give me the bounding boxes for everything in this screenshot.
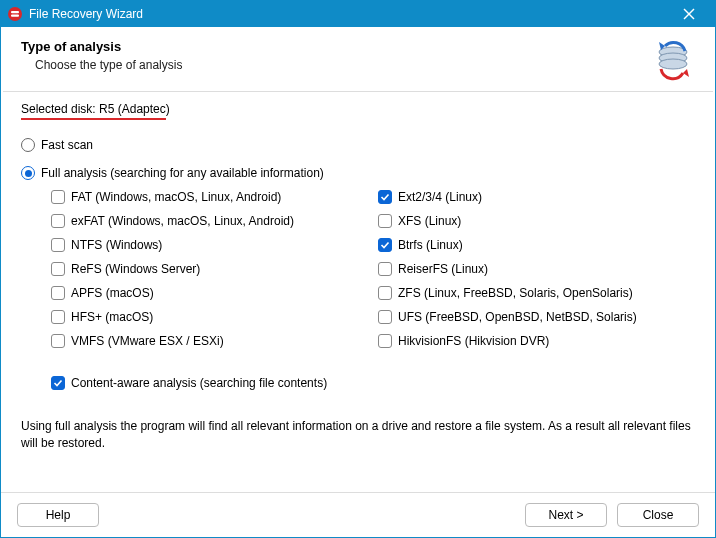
wizard-header: Type of analysis Choose the type of anal… — [1, 27, 715, 91]
svg-point-0 — [8, 7, 22, 21]
fs-checkbox-vmfs[interactable]: VMFS (VMware ESX / ESXi) — [51, 334, 368, 348]
next-button[interactable]: Next > — [525, 503, 607, 527]
svg-rect-2 — [11, 15, 19, 17]
close-icon[interactable] — [669, 1, 709, 27]
fs-label: HikvisionFS (Hikvision DVR) — [398, 334, 549, 348]
checkbox-icon — [378, 286, 392, 300]
app-icon — [7, 6, 23, 22]
checkbox-icon — [378, 214, 392, 228]
radio-icon — [21, 138, 35, 152]
fs-checkbox-zfs[interactable]: ZFS (Linux, FreeBSD, Solaris, OpenSolari… — [378, 286, 695, 300]
help-button[interactable]: Help — [17, 503, 99, 527]
content-area: Selected disk: R5 (Adaptec) Fast scan Fu… — [1, 92, 715, 492]
checkbox-icon — [378, 190, 392, 204]
page-subtitle: Choose the type of analysis — [21, 58, 651, 72]
file-recovery-wizard: File Recovery Wizard Type of analysis Ch… — [0, 0, 716, 538]
checkbox-icon — [51, 238, 65, 252]
checkbox-icon — [378, 262, 392, 276]
radio-icon — [21, 166, 35, 180]
filesystem-grid: FAT (Windows, macOS, Linux, Android)Ext2… — [51, 190, 695, 348]
checkbox-icon — [51, 262, 65, 276]
checkbox-icon — [51, 190, 65, 204]
svg-marker-8 — [683, 69, 689, 77]
full-analysis-label: Full analysis (searching for any availab… — [41, 166, 324, 180]
fs-label: ReFS (Windows Server) — [71, 262, 200, 276]
fs-checkbox-ntfs[interactable]: NTFS (Windows) — [51, 238, 368, 252]
fs-checkbox-refs[interactable]: ReFS (Windows Server) — [51, 262, 368, 276]
fs-checkbox-ext[interactable]: Ext2/3/4 (Linux) — [378, 190, 695, 204]
full-analysis-radio[interactable]: Full analysis (searching for any availab… — [21, 166, 695, 180]
fs-label: exFAT (Windows, macOS, Linux, Android) — [71, 214, 294, 228]
checkbox-icon — [51, 310, 65, 324]
content-aware-label: Content-aware analysis (searching file c… — [71, 376, 327, 390]
fast-scan-radio[interactable]: Fast scan — [21, 138, 695, 152]
close-button[interactable]: Close — [617, 503, 699, 527]
fs-label: ReiserFS (Linux) — [398, 262, 488, 276]
checkbox-icon — [51, 376, 65, 390]
wizard-footer: Help Next > Close — [1, 492, 715, 537]
fs-label: HFS+ (macOS) — [71, 310, 153, 324]
page-title: Type of analysis — [21, 39, 651, 54]
fs-checkbox-btrfs[interactable]: Btrfs (Linux) — [378, 238, 695, 252]
svg-rect-1 — [11, 11, 19, 13]
fs-label: VMFS (VMware ESX / ESXi) — [71, 334, 224, 348]
checkbox-icon — [51, 334, 65, 348]
titlebar: File Recovery Wizard — [1, 1, 715, 27]
fs-checkbox-hfsp[interactable]: HFS+ (macOS) — [51, 310, 368, 324]
selected-disk-underline — [21, 118, 166, 120]
fs-checkbox-hikfs[interactable]: HikvisionFS (Hikvision DVR) — [378, 334, 695, 348]
fs-label: UFS (FreeBSD, OpenBSD, NetBSD, Solaris) — [398, 310, 637, 324]
fs-label: Ext2/3/4 (Linux) — [398, 190, 482, 204]
refresh-disks-icon — [651, 39, 695, 83]
selected-disk-value: R5 (Adaptec) — [99, 102, 170, 116]
checkbox-icon — [378, 238, 392, 252]
fs-label: FAT (Windows, macOS, Linux, Android) — [71, 190, 281, 204]
checkbox-icon — [51, 286, 65, 300]
header-text: Type of analysis Choose the type of anal… — [21, 39, 651, 72]
content-aware-row: Content-aware analysis (searching file c… — [51, 376, 695, 390]
fs-checkbox-exfat[interactable]: exFAT (Windows, macOS, Linux, Android) — [51, 214, 368, 228]
fast-scan-label: Fast scan — [41, 138, 93, 152]
fs-label: ZFS (Linux, FreeBSD, Solaris, OpenSolari… — [398, 286, 633, 300]
fs-checkbox-reiserfs[interactable]: ReiserFS (Linux) — [378, 262, 695, 276]
selected-disk-prefix: Selected disk: — [21, 102, 96, 116]
fs-checkbox-fat[interactable]: FAT (Windows, macOS, Linux, Android) — [51, 190, 368, 204]
fs-label: Btrfs (Linux) — [398, 238, 463, 252]
selected-disk-label: Selected disk: R5 (Adaptec) — [21, 102, 695, 116]
analysis-description: Using full analysis the program will fin… — [21, 418, 695, 452]
checkbox-icon — [378, 334, 392, 348]
fs-label: XFS (Linux) — [398, 214, 461, 228]
fs-label: APFS (macOS) — [71, 286, 154, 300]
svg-point-7 — [659, 59, 687, 69]
checkbox-icon — [51, 214, 65, 228]
fs-checkbox-apfs[interactable]: APFS (macOS) — [51, 286, 368, 300]
checkbox-icon — [378, 310, 392, 324]
content-aware-checkbox[interactable]: Content-aware analysis (searching file c… — [51, 376, 695, 390]
window-title: File Recovery Wizard — [29, 7, 669, 21]
fs-checkbox-xfs[interactable]: XFS (Linux) — [378, 214, 695, 228]
fs-checkbox-ufs[interactable]: UFS (FreeBSD, OpenBSD, NetBSD, Solaris) — [378, 310, 695, 324]
fs-label: NTFS (Windows) — [71, 238, 162, 252]
